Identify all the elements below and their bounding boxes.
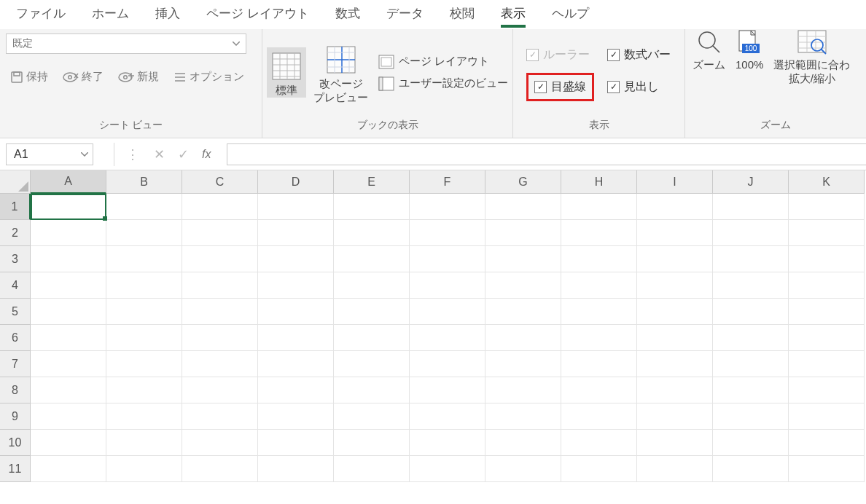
cell-E5[interactable]	[334, 299, 410, 325]
row-header-10[interactable]: 10	[0, 430, 31, 456]
cell-F3[interactable]	[410, 246, 485, 272]
cell-B10[interactable]	[106, 430, 182, 456]
cell-D10[interactable]	[258, 430, 334, 456]
tab-home[interactable]: ホーム	[79, 2, 142, 29]
col-header-H[interactable]: H	[561, 170, 637, 194]
cell-F6[interactable]	[410, 325, 485, 351]
cell-F4[interactable]	[410, 272, 485, 299]
formula-input[interactable]	[227, 143, 866, 165]
enter-icon[interactable]: ✓	[178, 146, 189, 162]
col-header-J[interactable]: J	[713, 170, 789, 194]
cell-A5[interactable]	[31, 299, 106, 325]
cell-A11[interactable]	[31, 456, 106, 482]
tab-file[interactable]: ファイル	[3, 2, 79, 29]
cell-I6[interactable]	[637, 325, 713, 351]
row-header-6[interactable]: 6	[0, 325, 31, 351]
fx-icon[interactable]: fx	[202, 148, 211, 161]
cell-E10[interactable]	[334, 430, 410, 456]
col-header-A[interactable]: A	[31, 170, 106, 194]
cell-D6[interactable]	[258, 325, 334, 351]
sheetview-keep-button[interactable]: 保持	[6, 67, 52, 87]
checkbox-headings[interactable]: ✓ 見出し	[607, 73, 671, 101]
cell-D5[interactable]	[258, 299, 334, 325]
cell-D1[interactable]	[258, 194, 334, 220]
cell-F11[interactable]	[410, 456, 485, 482]
cell-G1[interactable]	[485, 194, 561, 220]
cell-I11[interactable]	[637, 456, 713, 482]
view-page-layout-button[interactable]: ページ レイアウト	[378, 55, 508, 69]
row-header-5[interactable]: 5	[0, 299, 31, 325]
cell-A7[interactable]	[31, 351, 106, 377]
cell-B9[interactable]	[106, 403, 182, 430]
cell-K4[interactable]	[789, 272, 865, 299]
cell-H8[interactable]	[561, 377, 637, 403]
cell-D9[interactable]	[258, 403, 334, 430]
cell-I4[interactable]	[637, 272, 713, 299]
cell-J7[interactable]	[713, 351, 789, 377]
cell-I5[interactable]	[637, 299, 713, 325]
more-icon[interactable]: ⋮	[126, 146, 141, 162]
row-header-7[interactable]: 7	[0, 351, 31, 377]
cell-C4[interactable]	[182, 272, 258, 299]
tab-data[interactable]: データ	[373, 2, 437, 29]
cell-G3[interactable]	[485, 246, 561, 272]
cell-J6[interactable]	[713, 325, 789, 351]
cell-J8[interactable]	[713, 377, 789, 403]
cell-F10[interactable]	[410, 430, 485, 456]
cell-J2[interactable]	[713, 220, 789, 246]
checkbox-gridlines[interactable]: ✓ 目盛線	[534, 79, 586, 95]
cell-G11[interactable]	[485, 456, 561, 482]
cell-B1[interactable]	[106, 194, 182, 220]
cell-I10[interactable]	[637, 430, 713, 456]
name-box[interactable]: A1	[6, 143, 93, 165]
cell-C7[interactable]	[182, 351, 258, 377]
cell-D3[interactable]	[258, 246, 334, 272]
cell-F8[interactable]	[410, 377, 485, 403]
cell-C3[interactable]	[182, 246, 258, 272]
cell-C6[interactable]	[182, 325, 258, 351]
cell-C10[interactable]	[182, 430, 258, 456]
cell-H6[interactable]	[561, 325, 637, 351]
view-custom-views-button[interactable]: ユーザー設定のビュー	[378, 76, 508, 91]
row-header-2[interactable]: 2	[0, 220, 31, 246]
col-header-I[interactable]: I	[637, 170, 713, 194]
cell-A4[interactable]	[31, 272, 106, 299]
cell-I9[interactable]	[637, 403, 713, 430]
cell-K11[interactable]	[789, 456, 865, 482]
cell-J3[interactable]	[713, 246, 789, 272]
col-header-K[interactable]: K	[789, 170, 865, 194]
cell-B4[interactable]	[106, 272, 182, 299]
view-normal-button[interactable]: 標準	[267, 47, 306, 98]
checkbox-formula-bar[interactable]: ✓ 数式バー	[607, 47, 671, 63]
cell-G5[interactable]	[485, 299, 561, 325]
cell-B11[interactable]	[106, 456, 182, 482]
cell-E7[interactable]	[334, 351, 410, 377]
cell-K2[interactable]	[789, 220, 865, 246]
row-header-1[interactable]: 1	[0, 194, 31, 220]
col-header-B[interactable]: B	[106, 170, 182, 194]
cell-H2[interactable]	[561, 220, 637, 246]
cell-K7[interactable]	[789, 351, 865, 377]
cell-I2[interactable]	[637, 220, 713, 246]
col-header-E[interactable]: E	[334, 170, 410, 194]
cell-B7[interactable]	[106, 351, 182, 377]
cell-G4[interactable]	[485, 272, 561, 299]
cell-B3[interactable]	[106, 246, 182, 272]
cell-F1[interactable]	[410, 194, 485, 220]
cell-K3[interactable]	[789, 246, 865, 272]
cell-H10[interactable]	[561, 430, 637, 456]
sheetview-new-button[interactable]: 新規	[114, 67, 163, 87]
cell-D11[interactable]	[258, 456, 334, 482]
col-header-D[interactable]: D	[258, 170, 334, 194]
cell-A9[interactable]	[31, 403, 106, 430]
cell-B6[interactable]	[106, 325, 182, 351]
row-header-11[interactable]: 11	[0, 456, 31, 482]
row-header-4[interactable]: 4	[0, 272, 31, 299]
cell-H5[interactable]	[561, 299, 637, 325]
cell-G6[interactable]	[485, 325, 561, 351]
cell-B8[interactable]	[106, 377, 182, 403]
cell-K6[interactable]	[789, 325, 865, 351]
cell-E9[interactable]	[334, 403, 410, 430]
cell-C8[interactable]	[182, 377, 258, 403]
cell-G10[interactable]	[485, 430, 561, 456]
